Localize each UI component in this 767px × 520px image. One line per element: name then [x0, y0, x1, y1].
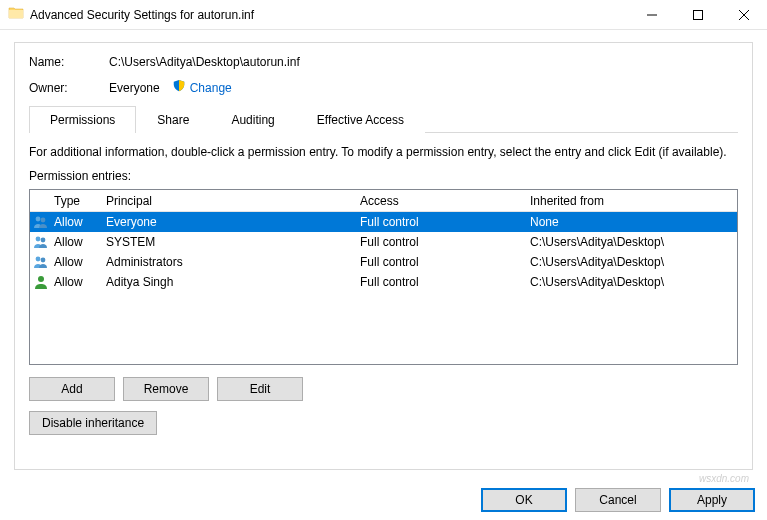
table-row[interactable]: AllowSYSTEMFull controlC:\Users\Aditya\D… [30, 232, 737, 252]
minimize-button[interactable] [629, 0, 675, 30]
name-label: Name: [29, 55, 109, 69]
entries-label: Permission entries: [29, 169, 738, 183]
cell-type: Allow [52, 215, 104, 229]
cell-inherited: C:\Users\Aditya\Desktop\ [528, 235, 737, 249]
cell-access: Full control [358, 235, 528, 249]
cell-access: Full control [358, 255, 528, 269]
table-row[interactable]: AllowEveryoneFull controlNone [30, 212, 737, 232]
svg-point-10 [38, 276, 44, 282]
close-button[interactable] [721, 0, 767, 30]
col-header-access[interactable]: Access [358, 194, 528, 208]
apply-button[interactable]: Apply [669, 488, 755, 512]
svg-rect-1 [694, 10, 703, 19]
name-value: C:\Users\Aditya\Desktop\autorun.inf [109, 55, 300, 69]
add-button[interactable]: Add [29, 377, 115, 401]
group-icon [30, 214, 52, 230]
remove-button[interactable]: Remove [123, 377, 209, 401]
cell-principal: Everyone [104, 215, 358, 229]
col-header-principal[interactable]: Principal [104, 194, 358, 208]
cell-principal: Administrators [104, 255, 358, 269]
ok-button[interactable]: OK [481, 488, 567, 512]
group-icon [30, 254, 52, 270]
cell-type: Allow [52, 255, 104, 269]
person-icon [30, 274, 52, 290]
cell-access: Full control [358, 215, 528, 229]
tab-effective-access[interactable]: Effective Access [296, 106, 425, 133]
col-header-type[interactable]: Type [52, 194, 104, 208]
cell-access: Full control [358, 275, 528, 289]
cell-inherited: None [528, 215, 737, 229]
svg-point-5 [41, 218, 46, 223]
shield-icon [172, 79, 190, 96]
svg-point-6 [36, 237, 41, 242]
owner-value: Everyone [109, 81, 160, 95]
cancel-button[interactable]: Cancel [575, 488, 661, 512]
svg-point-9 [41, 258, 46, 263]
change-owner-link[interactable]: Change [190, 81, 232, 95]
svg-point-8 [36, 257, 41, 262]
svg-point-4 [36, 217, 41, 222]
watermark: wsxdn.com [699, 473, 749, 484]
table-row[interactable]: AllowAdministratorsFull controlC:\Users\… [30, 252, 737, 272]
cell-principal: SYSTEM [104, 235, 358, 249]
permission-entries-list[interactable]: Type Principal Access Inherited from All… [29, 189, 738, 365]
cell-inherited: C:\Users\Aditya\Desktop\ [528, 255, 737, 269]
tab-share[interactable]: Share [136, 106, 210, 133]
titlebar: Advanced Security Settings for autorun.i… [0, 0, 767, 30]
tab-permissions[interactable]: Permissions [29, 106, 136, 133]
svg-point-7 [41, 238, 46, 243]
main-panel: Name: C:\Users\Aditya\Desktop\autorun.in… [14, 42, 753, 470]
table-row[interactable]: AllowAditya SinghFull controlC:\Users\Ad… [30, 272, 737, 292]
tab-auditing[interactable]: Auditing [210, 106, 295, 133]
owner-label: Owner: [29, 81, 109, 95]
dialog-footer: OK Cancel Apply [481, 488, 755, 512]
cell-type: Allow [52, 235, 104, 249]
cell-principal: Aditya Singh [104, 275, 358, 289]
edit-button[interactable]: Edit [217, 377, 303, 401]
maximize-button[interactable] [675, 0, 721, 30]
folder-icon [8, 5, 24, 24]
cell-type: Allow [52, 275, 104, 289]
cell-inherited: C:\Users\Aditya\Desktop\ [528, 275, 737, 289]
tab-bar: Permissions Share Auditing Effective Acc… [29, 106, 738, 133]
info-text: For additional information, double-click… [29, 145, 738, 159]
list-header: Type Principal Access Inherited from [30, 190, 737, 212]
window-title: Advanced Security Settings for autorun.i… [24, 8, 629, 22]
disable-inheritance-button[interactable]: Disable inheritance [29, 411, 157, 435]
col-header-inherited[interactable]: Inherited from [528, 194, 737, 208]
group-icon [30, 234, 52, 250]
